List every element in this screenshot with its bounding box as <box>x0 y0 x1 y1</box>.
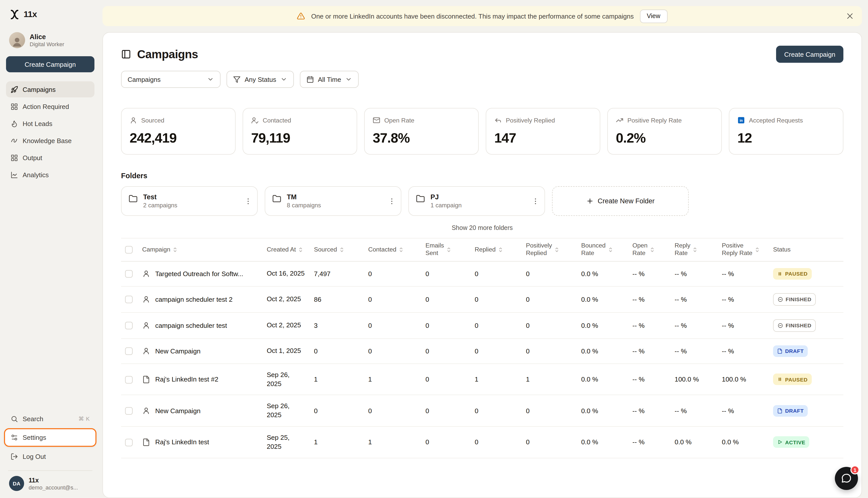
sort-icon <box>607 247 613 253</box>
metric-cell: 0.0 % <box>577 261 629 286</box>
column-header-positively-replied[interactable]: Positively Replied <box>522 238 577 261</box>
sidebar-item-campaigns[interactable]: Campaigns <box>6 81 94 97</box>
campaign-name: Raj's LinkedIn test <box>155 438 209 446</box>
metric-cell: 0 <box>364 338 422 364</box>
select-all-checkbox[interactable] <box>125 246 133 253</box>
sidebar-item-label: Knowledge Base <box>23 137 72 144</box>
folders-heading: Folders <box>121 172 843 180</box>
folder-card-pj[interactable]: PJ1 campaign <box>409 186 545 216</box>
chat-widget-button[interactable]: 1 <box>835 467 858 490</box>
campaign-name: campaign scheduler test 2 <box>155 296 233 303</box>
sidebar-item-knowledge-base[interactable]: Knowledge Base <box>6 132 94 148</box>
status-label: FINISHED <box>786 322 812 328</box>
status-badge-paused: PAUSED <box>773 374 812 385</box>
folder-menu-icon[interactable] <box>531 197 540 205</box>
circle-minus-icon <box>778 323 783 328</box>
stat-value: 147 <box>494 131 592 146</box>
sidebar-item-hot-leads[interactable]: Hot Leads <box>6 116 94 132</box>
sidebar-create-campaign-button[interactable]: Create Campaign <box>6 56 94 72</box>
metric-cell: 1 <box>471 364 522 395</box>
file-icon <box>777 408 782 414</box>
column-header-replied[interactable]: Replied <box>471 238 522 261</box>
account-switcher[interactable]: DA 11x demo_account@s... <box>6 476 94 491</box>
column-header-campaign[interactable]: Campaign <box>138 238 263 261</box>
column-header-sourced[interactable]: Sourced <box>310 238 364 261</box>
sidebar-item-label: Log Out <box>23 453 46 460</box>
table-row[interactable]: campaign scheduler test 2Oct 2, 20258600… <box>121 286 843 312</box>
row-checkbox[interactable] <box>125 348 133 355</box>
status-badge-draft: DRAFT <box>773 405 808 416</box>
row-checkbox[interactable] <box>125 407 133 415</box>
table-row[interactable]: New CampaignSep 26, 2025000000.0 %-- %--… <box>121 395 843 427</box>
search-icon <box>11 415 18 422</box>
select-all-header <box>121 238 138 261</box>
metric-cell: 0 <box>422 364 471 395</box>
column-header-emails-sent[interactable]: Emails Sent <box>422 238 471 261</box>
sort-icon <box>554 247 560 253</box>
status-label: DRAFT <box>785 408 804 414</box>
row-checkbox[interactable] <box>125 296 133 303</box>
stat-label: Accepted Requests <box>749 117 803 124</box>
folder-card-test[interactable]: Test2 campaigns <box>121 186 258 216</box>
row-checkbox[interactable] <box>125 270 133 278</box>
table-row[interactable]: Raj's LinkedIn test #2Sep 26, 2025110110… <box>121 364 843 395</box>
column-header-contacted[interactable]: Contacted <box>364 238 422 261</box>
row-checkbox[interactable] <box>125 376 133 383</box>
filter-any-status-dropdown[interactable]: Any Status <box>226 71 294 88</box>
sort-icon <box>692 247 698 253</box>
flame-icon <box>11 120 18 127</box>
stat-card-positive-reply-rate: Positive Reply Rate0.2% <box>607 108 722 155</box>
status-label: DRAFT <box>785 348 804 354</box>
app-window: 11x Alice Digital Worker Create Campaign… <box>0 0 868 498</box>
banner-view-button[interactable]: View <box>640 9 667 23</box>
folder-card-tm[interactable]: TM8 campaigns <box>265 186 401 216</box>
created-at-cell: Sep 26, 2025 <box>263 364 310 395</box>
circle-minus-icon <box>778 297 783 302</box>
user-role: Digital Worker <box>30 41 64 48</box>
account-avatar: DA <box>9 476 24 491</box>
row-checkbox[interactable] <box>125 322 133 329</box>
filter-all-time-dropdown[interactable]: All Time <box>300 71 359 88</box>
column-header-reply-rate[interactable]: Reply Rate <box>671 238 718 261</box>
create-campaign-button[interactable]: Create Campaign <box>776 46 843 63</box>
table-row[interactable]: campaign scheduler testOct 2, 2025300000… <box>121 312 843 338</box>
keyboard-shortcut: ⌘ K <box>78 416 90 422</box>
sidebar-item-analytics[interactable]: Analytics <box>6 167 94 183</box>
banner-message: One or more LinkedIn accounts have been … <box>311 12 634 20</box>
sidebar-toggle-icon[interactable] <box>121 49 131 59</box>
column-header-status[interactable]: Status <box>769 238 843 261</box>
metric-cell: 0 <box>422 338 471 364</box>
stat-value: 12 <box>737 131 835 146</box>
row-checkbox[interactable] <box>125 439 133 446</box>
sort-icon <box>172 247 178 253</box>
sort-icon <box>497 247 504 253</box>
sidebar-item-action-required[interactable]: Action Required <box>6 99 94 115</box>
folder-menu-icon[interactable] <box>244 197 252 205</box>
table-row[interactable]: Raj's LinkedIn testSep 25, 2025110000.0 … <box>121 427 843 458</box>
sidebar-item-settings[interactable]: Settings <box>4 428 96 447</box>
folder-menu-icon[interactable] <box>388 197 396 205</box>
sidebar-item-search[interactable]: Search⌘ K <box>6 411 94 427</box>
metric-cell: -- % <box>718 286 769 312</box>
user-icon <box>142 407 150 415</box>
sidebar-item-label: Action Required <box>23 103 69 110</box>
sidebar-item-label: Hot Leads <box>23 120 52 127</box>
column-header-bounced-rate[interactable]: Bounced Rate <box>577 238 629 261</box>
sidebar-item-output[interactable]: Output <box>6 149 94 166</box>
show-more-folders-button[interactable]: Show 20 more folders <box>449 224 516 232</box>
main-area: One or more LinkedIn accounts have been … <box>101 0 868 498</box>
metric-cell: -- % <box>718 261 769 286</box>
table-row[interactable]: New CampaignOct 1, 2025000000.0 %-- %-- … <box>121 338 843 364</box>
banner-close-icon[interactable] <box>846 12 854 20</box>
user-check-icon <box>251 117 259 124</box>
table-row[interactable]: Targeted Outreach for Softw...Oct 16, 20… <box>121 261 843 286</box>
column-header-positive-reply-rate[interactable]: Positive Reply Rate <box>718 238 769 261</box>
column-header-open-rate[interactable]: Open Rate <box>629 238 671 261</box>
sidebar-item-log-out[interactable]: Log Out <box>6 448 94 464</box>
status-label: ACTIVE <box>785 439 805 445</box>
create-new-folder-button[interactable]: Create New Folder <box>552 186 689 216</box>
column-header-created-at[interactable]: Created At <box>263 238 310 261</box>
sidebar-divider <box>8 470 92 471</box>
user-icon <box>142 270 150 278</box>
filter-campaigns-dropdown[interactable]: Campaigns <box>121 71 221 88</box>
